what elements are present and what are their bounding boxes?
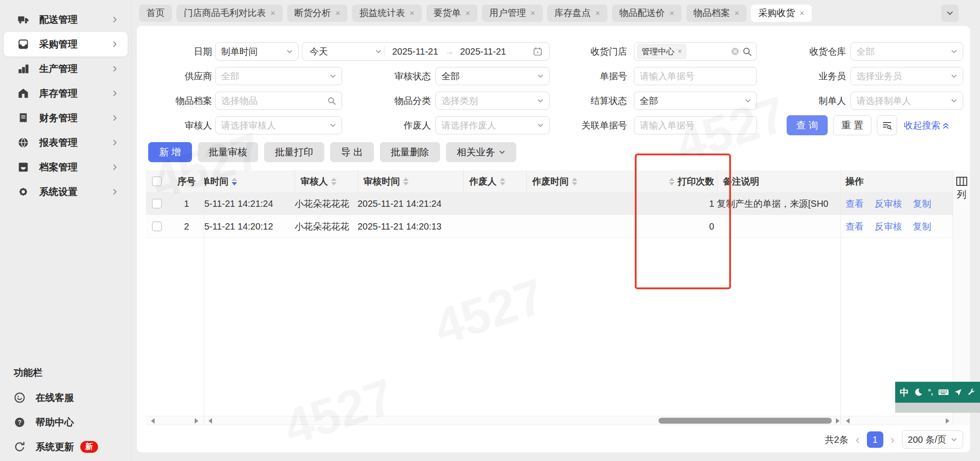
toolbar-button-导出[interactable]: 导 出 xyxy=(330,142,374,162)
next-page-button[interactable]: › xyxy=(891,434,895,446)
sidebar-item-库存管理[interactable]: 库存管理 xyxy=(4,81,128,106)
toolbar-button-批量审核[interactable]: 批量审核 xyxy=(198,142,258,162)
scroll-right-arrow[interactable] xyxy=(946,418,949,424)
sidebar-item-配送管理[interactable]: 配送管理 xyxy=(4,7,128,32)
op-link-复制[interactable]: 复制 xyxy=(913,220,931,233)
tab-物品档案[interactable]: 物品档案× xyxy=(686,5,747,22)
maker-select[interactable]: 请选择制单人 xyxy=(850,92,963,110)
collapse-search-link[interactable]: 收起搜索 xyxy=(904,115,949,135)
op-link-反审核[interactable]: 反审核 xyxy=(875,198,902,210)
tab-门店商品毛利对比表[interactable]: 门店商品毛利对比表× xyxy=(176,5,283,22)
sidebar-item-报表管理[interactable]: 报表管理 xyxy=(4,130,128,155)
clear-circle-icon[interactable] xyxy=(731,47,739,56)
auditor-select[interactable]: 请选择审核人 xyxy=(215,116,342,134)
toolbar-button-批量删除[interactable]: 批量删除 xyxy=(380,142,440,162)
op-link-查看[interactable]: 查看 xyxy=(845,220,864,233)
sort-icon[interactable] xyxy=(232,178,237,185)
store-tag[interactable]: 管理中心 × xyxy=(637,44,686,59)
sidebar-item-财务管理[interactable]: 财务管理 xyxy=(4,106,128,130)
row-checkbox[interactable] xyxy=(152,221,162,231)
column-header-remark[interactable]: 备注说明 xyxy=(717,170,845,192)
column-header-audit_time[interactable]: 审核时间 xyxy=(358,170,463,192)
tab-物品配送价[interactable]: 物品配送价× xyxy=(612,5,682,22)
scroll-left-arrow[interactable] xyxy=(208,418,212,424)
column-header-index[interactable]: 序号 xyxy=(172,170,201,192)
tab-库存盘点[interactable]: 库存盘点× xyxy=(547,5,608,22)
store-picker[interactable]: 管理中心 × xyxy=(634,42,757,61)
column-header-voider[interactable]: 作废人 xyxy=(463,170,526,192)
category-select[interactable]: 选择类别 xyxy=(436,92,550,110)
close-icon[interactable]: × xyxy=(530,9,535,17)
current-page-button[interactable]: 1 xyxy=(867,431,883,448)
close-icon[interactable]: × xyxy=(735,9,740,17)
item-input[interactable] xyxy=(221,96,327,106)
wrench-icon[interactable] xyxy=(967,388,975,396)
supplier-select[interactable]: 全部 xyxy=(215,67,342,85)
sort-icon[interactable] xyxy=(572,178,577,185)
scroll-right-arrow[interactable] xyxy=(195,418,198,424)
column-header-print_count[interactable]: 打印次数 xyxy=(634,170,714,192)
sort-icon[interactable] xyxy=(403,178,409,185)
sidebar-footer-item-帮助中心[interactable]: ?帮助中心 xyxy=(14,410,131,435)
ref-no-input[interactable] xyxy=(640,120,751,131)
sidebar-item-系统设置[interactable]: 系统设置 xyxy=(4,179,128,204)
op-link-反审核[interactable]: 反审核 xyxy=(875,220,902,233)
close-icon[interactable]: × xyxy=(466,9,471,17)
warehouse-select[interactable]: 全部 xyxy=(850,42,963,61)
date-from-input[interactable]: 2025-11-21 xyxy=(392,46,438,57)
reset-button[interactable]: 重 置 xyxy=(833,115,871,135)
op-link-查看[interactable]: 查看 xyxy=(845,198,864,210)
ime-punctuation-button[interactable]: °, xyxy=(928,388,933,396)
page-size-select[interactable]: 200 条/页 xyxy=(902,430,963,449)
date-type-select[interactable]: 制单时间 xyxy=(215,42,299,61)
sort-icon[interactable] xyxy=(669,178,674,185)
tab-采购收货[interactable]: 采购收货× xyxy=(751,5,812,22)
close-icon[interactable]: × xyxy=(596,9,601,17)
close-icon[interactable]: × xyxy=(270,9,275,17)
sidebar-item-档案管理[interactable]: 档案管理 xyxy=(4,155,128,179)
column-header-ops[interactable]: 操作 xyxy=(845,170,951,192)
sidebar-item-采购管理[interactable]: 采购管理 xyxy=(4,32,128,56)
tab-断货分析[interactable]: 断货分析× xyxy=(287,5,348,22)
search-icon[interactable] xyxy=(327,96,336,105)
column-header-time[interactable]: 制单时间 xyxy=(204,170,295,192)
ime-logo-icon[interactable] xyxy=(954,388,962,396)
close-icon[interactable]: × xyxy=(669,9,674,17)
calendar-icon[interactable] xyxy=(533,46,543,56)
close-icon[interactable]: × xyxy=(799,9,804,17)
close-icon[interactable]: × xyxy=(336,9,341,17)
date-to-input[interactable]: 2025-11-21 xyxy=(460,46,506,57)
scrollbar-thumb[interactable] xyxy=(659,418,832,424)
search-button[interactable]: 查 询 xyxy=(787,115,828,135)
sidebar-footer-item-系统更新[interactable]: 系统更新新 xyxy=(14,435,131,459)
audit-status-select[interactable]: 全部 xyxy=(436,67,550,85)
tab-用户管理[interactable]: 用户管理× xyxy=(482,5,543,22)
scroll-left-arrow[interactable] xyxy=(846,418,850,424)
sidebar-footer-item-在线客服[interactable]: 在线客服 xyxy=(14,385,131,410)
scroll-right-arrow[interactable] xyxy=(836,418,840,424)
op-link-复制[interactable]: 复制 xyxy=(913,198,931,210)
column-header-void_time[interactable]: 作废时间 xyxy=(526,170,634,192)
search-scheme-button[interactable] xyxy=(877,115,897,135)
close-icon[interactable]: × xyxy=(410,9,415,17)
scroll-left-arrow[interactable] xyxy=(151,418,155,424)
date-quick-select[interactable]: 今天 xyxy=(310,46,382,58)
tab-损益统计表[interactable]: 损益统计表× xyxy=(352,5,422,22)
prev-page-button[interactable]: ‹ xyxy=(856,434,860,446)
toolbar-button-批量打印[interactable]: 批量打印 xyxy=(264,142,324,162)
bill-no-input[interactable] xyxy=(640,71,751,82)
tab-首页[interactable]: 首页 xyxy=(139,5,172,22)
tag-close-icon[interactable]: × xyxy=(678,47,682,56)
ime-fullwidth-moon-icon[interactable] xyxy=(914,388,923,397)
sidebar-item-生产管理[interactable]: 生产管理 xyxy=(4,56,128,81)
sort-icon[interactable] xyxy=(331,178,337,185)
ime-language-button[interactable]: 中 xyxy=(900,386,909,399)
sort-icon[interactable] xyxy=(500,178,505,185)
tab-要货单[interactable]: 要货单× xyxy=(426,5,478,22)
select-all-checkbox[interactable] xyxy=(152,176,162,186)
settle-status-select[interactable]: 全部 xyxy=(634,92,757,110)
row-checkbox[interactable] xyxy=(152,199,162,209)
salesman-select[interactable]: 选择业务员 xyxy=(850,67,963,85)
search-icon[interactable] xyxy=(742,46,752,56)
column-header-auditor[interactable]: 审核人 xyxy=(295,170,358,192)
